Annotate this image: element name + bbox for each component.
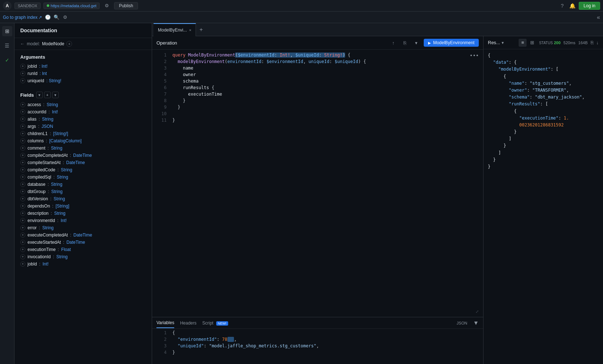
grid-view-button[interactable]: ⊞ [528,39,536,47]
field-alias: +alias: String [14,116,152,123]
publish-button[interactable]: Publish [114,2,138,9]
breadcrumb-model-label: model: [27,41,40,46]
doc-header-title: Documentation [14,23,152,38]
json-label: JSON [457,321,467,325]
json-line: "data": { [488,59,599,66]
headers-tab[interactable]: Headers [180,318,196,328]
json-line: "executionTime": 1. [488,115,599,122]
fields-list: +access: String +accountId: Int! +alias:… [14,101,152,268]
response-json: { "data": { "modelByEnvironment": [ { "n… [488,52,599,170]
arg-add-icon[interactable]: + [20,71,25,76]
response-size: 164B [578,41,588,45]
json-line: { [488,108,599,115]
settings-icon[interactable]: ⚙ [62,14,68,20]
field-comment: +comment: String [14,145,152,152]
field-compileCompletedAt: +compileCompletedAt: DateTime [14,152,152,159]
json-line: "name": "stg_customers", [488,80,599,87]
json-line: } [488,142,599,149]
list-view-button[interactable]: ≡ [519,39,527,47]
field-access: +access: String [14,101,152,108]
url-text: https://metadata.cloud.get [51,4,97,8]
response-toolbar: Res... ▾ ≡ ⊞ STATUS 200 520ms 164B ⎘ ↓ [483,36,603,49]
editor-area: ModelByEnvi... × + Operation ↑ ⎘ ▾ ▶ Mod… [152,23,603,364]
go-to-graph-link[interactable]: Go to graph index ↗ [3,15,42,20]
field-description: +description: String [14,210,152,217]
json-line: "schema": "dbt_mary_jackson", [488,94,599,101]
variables-tab[interactable]: Variables [156,318,174,328]
query-editor[interactable]: 1 query ModelByEnvironment($environmentI… [152,50,483,317]
new-badge: NEW! [216,321,229,326]
fields-options-button[interactable]: ▾ [52,92,59,98]
field-invocationId: +invocationId: String [14,253,152,260]
variables-editor[interactable]: 1 { 2 "environmentId": 78 , 3 "uniqueId"… [152,329,483,364]
response-dropdown-icon[interactable]: ▾ [502,40,504,45]
copy-icon[interactable]: ⎘ [401,38,409,47]
tab-close-button[interactable]: × [189,28,191,32]
fields-add-button[interactable]: + [44,92,51,98]
field-database: +database: String [14,181,152,188]
icon-sidebar: ⊞ ☰ ✓ [0,23,14,364]
fullscreen-icon[interactable]: ⤢ [476,309,479,314]
response-copy-button[interactable]: ⎘ [591,40,594,45]
tab-model-by-env[interactable]: ModelByEnvi... × [154,23,196,36]
sidebar-list-button[interactable]: ☰ [2,41,12,51]
var-line-2: 2 "environmentId": 78 , [152,337,483,343]
history-icon[interactable]: 🕐 [45,14,51,20]
doc-breadcrumb: ← model: ModelNode + [14,38,152,50]
field-executionTime: +executionTime: Float [14,246,152,253]
tab-label: ModelByEnvi... [158,28,187,33]
breadcrumb-back-button[interactable]: ← [20,41,25,46]
response-view-buttons: ≡ ⊞ [519,39,536,47]
login-button[interactable]: Log in [579,2,600,10]
share-icon[interactable]: ↑ [389,38,398,47]
field-compiledSql: +compiledSql: String [14,173,152,181]
add-tab-button[interactable]: + [196,25,206,35]
script-tab[interactable]: Script NEW! [202,318,229,328]
json-line: } [488,163,599,170]
arg-add-icon[interactable]: + [20,64,25,69]
help-icon[interactable]: ? [558,2,566,9]
code-line-8: 8 } [152,98,483,105]
variables-tabs: Variables Headers Script NEW! JSON ▼ [152,317,483,329]
more-options-icon[interactable]: ▾ [412,38,421,47]
breadcrumb-add-button[interactable]: + [66,41,72,47]
field-childrenL1: +childrenL1: [String!] [14,130,152,137]
field-columns: +columns: [CatalogColumn] [14,137,152,145]
sandbox-badge: SANDBOX [14,3,41,9]
status-badge: STATUS 200 [539,41,560,45]
response-title: Res... ▾ [488,40,516,45]
code-line-9: 9 } [152,105,483,111]
code-line-4: 4 owner [152,72,483,79]
response-download-button[interactable]: ↓ [596,40,599,45]
fields-header: Fields ▾ + ▾ [14,89,152,101]
field-executeStartedAt: +executeStartedAt: DateTime [14,239,152,246]
json-line: "modelByEnvironment": [ [488,66,599,73]
secondary-toolbar: Go to graph index ↗ 🕐 🔍 ⚙ « [0,12,603,23]
code-line-5: 5 schema [152,79,483,85]
arg-add-icon[interactable]: + [20,78,25,83]
operation-title: Operation [156,40,386,46]
sidebar-pages-button[interactable]: ⊞ [2,26,12,36]
var-line-3: 3 "uniqueId": "model.jaffle_shop_metrics… [152,343,483,350]
response-content: { "data": { "modelByEnvironment": [ { "n… [483,49,603,364]
field-compileStartedAt: +compileStartedAt: DateTime [14,159,152,166]
json-line: } [488,156,599,163]
run-button[interactable]: ▶ ModelByEnvironment [424,39,479,47]
notifications-icon[interactable]: 🔔 [569,2,576,9]
url-display[interactable]: https://metadata.cloud.get [43,3,100,9]
json-line: { [488,52,599,59]
code-line-3: 3 name [152,66,483,72]
response-time: 520ms [564,41,575,45]
url-status-dot [47,4,49,7]
variables-collapse-button[interactable]: ▼ [473,320,479,326]
fields-down-button[interactable]: ▾ [36,92,43,98]
field-dbtVersion: +dbtVersion: String [14,195,152,202]
more-options-button[interactable]: ••• [470,53,479,58]
json-line: } [488,129,599,135]
field-dbtGroup: +dbtGroup: String [14,188,152,195]
code-line-1: 1 query ModelByEnvironment($environmentI… [152,53,483,59]
search-icon[interactable]: 🔍 [54,14,59,20]
collapse-sidebar-button[interactable]: « [597,14,600,21]
url-settings-icon[interactable]: ⚙ [102,1,111,10]
sidebar-check-button[interactable]: ✓ [2,55,12,65]
